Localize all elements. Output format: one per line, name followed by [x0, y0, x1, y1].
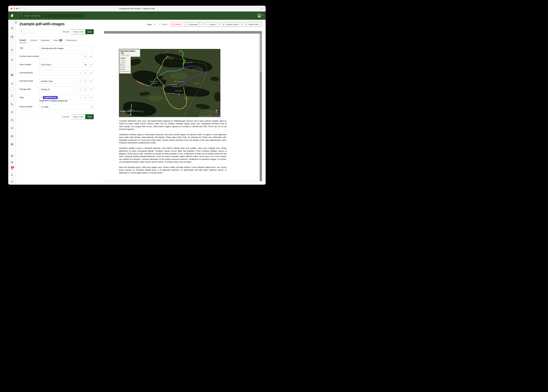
- tags-select[interactable]: × TagWithPartial × ▼: [39, 95, 83, 100]
- pdf-paragraph: Curabitur bibendum ante urna, sed blandi…: [119, 120, 227, 131]
- sidebar-expand-button[interactable]: »: [14, 21, 18, 24]
- sidebar-item-users-groups[interactable]: [8, 161, 16, 164]
- sidebar-item-help[interactable]: ?: [8, 180, 16, 183]
- sidebar-item-logs[interactable]: [8, 174, 16, 177]
- sidebar-item-correspondents[interactable]: [8, 94, 16, 98]
- tag-chip[interactable]: TagWithPartial: [43, 96, 58, 99]
- page-number-input[interactable]: 1 ▴▾: [153, 22, 161, 27]
- discard-button[interactable]: Discard: [61, 29, 71, 34]
- notes-count-badge: 1: [59, 39, 62, 41]
- sidebar-item-documents[interactable]: [8, 35, 16, 38]
- filter-by-document-type-button[interactable]: [88, 78, 94, 84]
- map-figure: Boundary Waters Trip Six days in BWCA Le…: [119, 49, 220, 117]
- sidebar-item-settings[interactable]: ⚙: [8, 154, 16, 157]
- asn-input[interactable]: [41, 55, 84, 58]
- date-created-input[interactable]: [41, 63, 81, 66]
- legend-item: Entry Point 24: [120, 70, 130, 72]
- add-storage-path-button[interactable]: +: [83, 87, 88, 92]
- filter-lines-icon: [90, 72, 92, 74]
- save-button[interactable]: Save: [85, 114, 94, 119]
- add-tag-button[interactable]: +: [83, 95, 88, 100]
- correspondent-label: Correspondent: [19, 70, 39, 76]
- chevron-down-icon: ▼: [80, 80, 81, 82]
- storage-path-select[interactable]: Testing 12 × ▼: [39, 87, 83, 92]
- fancy-number-label: Fancy Number: [19, 104, 39, 110]
- sidebar-item-open-document[interactable]: [8, 73, 16, 77]
- macos-titlebar: 2sample-pdf-with-images - Paperless-ngx: [8, 6, 266, 12]
- save-next-button[interactable]: Save & next: [71, 114, 85, 119]
- sidebar-item-tags[interactable]: [8, 103, 16, 106]
- title-input[interactable]: [41, 47, 92, 49]
- correspondent-select[interactable]: × ▼: [39, 70, 83, 76]
- asn-stepper[interactable]: ▴▾: [85, 56, 86, 58]
- calendar-button[interactable]: [83, 62, 88, 67]
- document-type-value: Another Type: [41, 80, 53, 82]
- next-document-button[interactable]: →: [29, 29, 34, 34]
- clear-document-type-icon[interactable]: ×: [78, 80, 79, 82]
- user-menu[interactable]: ▾: [257, 14, 263, 18]
- chevron-down-icon: ▼: [80, 97, 81, 98]
- tab-notes[interactable]: Notes1: [53, 38, 62, 43]
- filter-by-tag-button[interactable]: [88, 95, 94, 100]
- filter-by-correspondent-button[interactable]: [88, 70, 94, 76]
- sidebar-item-saved-view-filter[interactable]: [8, 49, 16, 52]
- fancy-number-input[interactable]: [41, 106, 90, 108]
- sidebar-item-custom-fields[interactable]: [8, 127, 16, 130]
- delete-button[interactable]: Delete: [170, 22, 183, 27]
- save-button[interactable]: Save: [85, 29, 94, 34]
- sidebar-item-tasks[interactable]: 16: [8, 167, 16, 170]
- save-next-button[interactable]: Save & next: [71, 29, 85, 34]
- search-bar[interactable]: [19, 14, 85, 18]
- search-input[interactable]: [24, 14, 83, 17]
- sidebar-item-close-all[interactable]: [8, 82, 16, 85]
- settings-gear-icon: ⚙: [11, 154, 13, 157]
- calendar-icon: [85, 64, 87, 66]
- sidebar-item-mail[interactable]: [8, 143, 16, 146]
- remove-tag-icon[interactable]: ×: [41, 97, 42, 99]
- share-links-button[interactable]: Share Links ▾: [243, 22, 262, 27]
- tab-details[interactable]: Details: [19, 38, 26, 43]
- divider: [19, 36, 94, 37]
- sidebar-item-dashboard[interactable]: [8, 27, 16, 30]
- document-types-icon: [10, 135, 14, 138]
- field-archive-serial-number: Archive serial number ▴▾ +1: [19, 54, 94, 59]
- sidebar-item-document-types[interactable]: [8, 135, 16, 138]
- sidebar-item-saved-view-filter-2[interactable]: [8, 59, 16, 62]
- filter-by-date-button[interactable]: [88, 62, 94, 67]
- asn-increment-button[interactable]: +1: [88, 54, 94, 59]
- page-stepper[interactable]: ▴▾: [159, 23, 160, 26]
- pdf-scrollbar-thumb[interactable]: [260, 34, 262, 72]
- field-fancy-number: Fancy Number ▴▾: [19, 104, 94, 110]
- add-document-type-button[interactable]: +: [83, 78, 88, 84]
- field-correspondent: Correspondent × ▼ +: [19, 70, 94, 76]
- legend-item: Day 5: [120, 67, 130, 69]
- paperless-logo[interactable]: [10, 14, 14, 17]
- pdf-preview-pane: Boundary Waters Trip Six days in BWCA Le…: [104, 31, 262, 181]
- close-document-button[interactable]: ×: [19, 29, 24, 34]
- previous-document-button[interactable]: ←: [24, 29, 29, 34]
- sidebar-item-storage-paths[interactable]: [8, 119, 16, 122]
- pdf-scrollbar[interactable]: [260, 34, 262, 181]
- download-button[interactable]: Download: [184, 22, 200, 27]
- filter-lines-icon: [90, 97, 92, 99]
- content-area: ⚙ 16 ? » 2sample-pdf-with-images: [8, 20, 266, 185]
- clear-tags-icon[interactable]: ×: [78, 96, 79, 99]
- clear-storage-path-icon[interactable]: ×: [78, 88, 79, 91]
- tab-metadata-label: Metadata: [41, 39, 49, 41]
- tree-icon: [120, 71, 122, 72]
- custom-fields-button[interactable]: Custom Fields ▾: [221, 22, 242, 27]
- discard-button[interactable]: Discard: [61, 114, 71, 119]
- download-options-button[interactable]: ▾: [200, 22, 203, 27]
- tab-metadata[interactable]: Metadata: [41, 38, 49, 43]
- fancy-number-stepper[interactable]: ▴▾: [91, 106, 92, 108]
- add-correspondent-button[interactable]: +: [83, 70, 88, 76]
- actions-button[interactable]: ••• Actions ▾: [204, 22, 219, 27]
- tab-permissions[interactable]: Permissions: [66, 38, 77, 43]
- document-type-select[interactable]: Another Type × ▼: [39, 78, 83, 84]
- sidebar-item-asn[interactable]: [8, 111, 16, 113]
- filter-by-storage-path-button[interactable]: [88, 87, 94, 92]
- actions-label: Actions: [209, 23, 216, 26]
- tab-content[interactable]: Content: [30, 38, 37, 43]
- share-button[interactable]: [260, 7, 263, 10]
- suggested-tag-link[interactable]: Another Sample Tag: [50, 100, 67, 102]
